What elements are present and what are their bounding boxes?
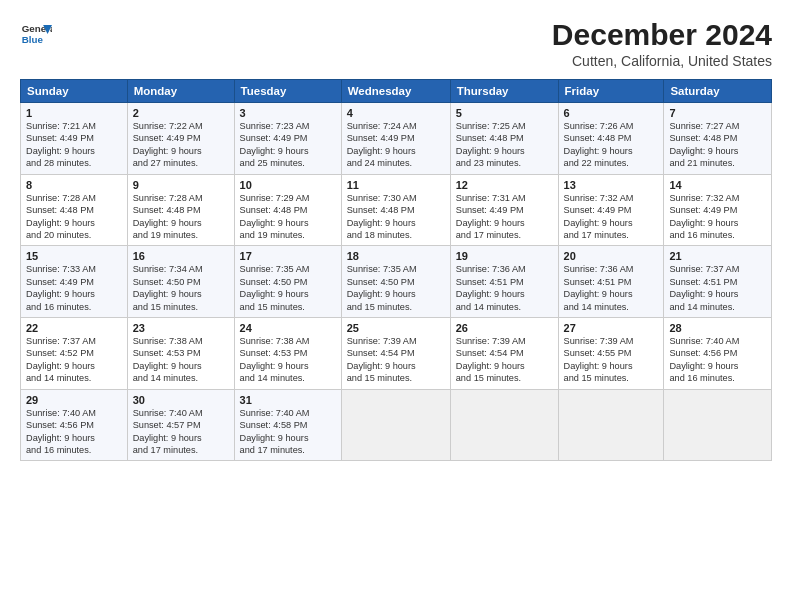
table-row: 20Sunrise: 7:36 AMSunset: 4:51 PMDayligh… xyxy=(558,246,664,318)
day-info: Sunrise: 7:32 AMSunset: 4:49 PMDaylight:… xyxy=(669,192,766,242)
table-row xyxy=(664,389,772,461)
table-row: 27Sunrise: 7:39 AMSunset: 4:55 PMDayligh… xyxy=(558,318,664,390)
table-row: 24Sunrise: 7:38 AMSunset: 4:53 PMDayligh… xyxy=(234,318,341,390)
day-number: 12 xyxy=(456,179,553,191)
col-tuesday: Tuesday xyxy=(234,80,341,103)
day-number: 4 xyxy=(347,107,445,119)
logo-icon: General Blue xyxy=(20,18,52,50)
day-info: Sunrise: 7:37 AMSunset: 4:51 PMDaylight:… xyxy=(669,263,766,313)
table-row: 5Sunrise: 7:25 AMSunset: 4:48 PMDaylight… xyxy=(450,103,558,175)
day-number: 17 xyxy=(240,250,336,262)
table-row: 3Sunrise: 7:23 AMSunset: 4:49 PMDaylight… xyxy=(234,103,341,175)
day-number: 21 xyxy=(669,250,766,262)
day-number: 25 xyxy=(347,322,445,334)
day-info: Sunrise: 7:29 AMSunset: 4:48 PMDaylight:… xyxy=(240,192,336,242)
table-row: 28Sunrise: 7:40 AMSunset: 4:56 PMDayligh… xyxy=(664,318,772,390)
table-row: 19Sunrise: 7:36 AMSunset: 4:51 PMDayligh… xyxy=(450,246,558,318)
logo: General Blue xyxy=(20,18,52,50)
page-title: December 2024 xyxy=(552,18,772,51)
day-info: Sunrise: 7:37 AMSunset: 4:52 PMDaylight:… xyxy=(26,335,122,385)
day-info: Sunrise: 7:31 AMSunset: 4:49 PMDaylight:… xyxy=(456,192,553,242)
table-row: 10Sunrise: 7:29 AMSunset: 4:48 PMDayligh… xyxy=(234,174,341,246)
day-number: 16 xyxy=(133,250,229,262)
day-number: 10 xyxy=(240,179,336,191)
day-number: 6 xyxy=(564,107,659,119)
table-row: 22Sunrise: 7:37 AMSunset: 4:52 PMDayligh… xyxy=(21,318,128,390)
day-number: 22 xyxy=(26,322,122,334)
header: General Blue December 2024 Cutten, Calif… xyxy=(20,18,772,69)
day-number: 29 xyxy=(26,394,122,406)
table-row: 1Sunrise: 7:21 AMSunset: 4:49 PMDaylight… xyxy=(21,103,128,175)
table-row: 9Sunrise: 7:28 AMSunset: 4:48 PMDaylight… xyxy=(127,174,234,246)
table-row: 11Sunrise: 7:30 AMSunset: 4:48 PMDayligh… xyxy=(341,174,450,246)
day-info: Sunrise: 7:35 AMSunset: 4:50 PMDaylight:… xyxy=(347,263,445,313)
day-number: 27 xyxy=(564,322,659,334)
day-number: 2 xyxy=(133,107,229,119)
day-info: Sunrise: 7:40 AMSunset: 4:56 PMDaylight:… xyxy=(669,335,766,385)
day-number: 5 xyxy=(456,107,553,119)
table-row xyxy=(558,389,664,461)
table-row: 4Sunrise: 7:24 AMSunset: 4:49 PMDaylight… xyxy=(341,103,450,175)
day-number: 11 xyxy=(347,179,445,191)
page: General Blue December 2024 Cutten, Calif… xyxy=(0,0,792,612)
day-info: Sunrise: 7:35 AMSunset: 4:50 PMDaylight:… xyxy=(240,263,336,313)
day-info: Sunrise: 7:28 AMSunset: 4:48 PMDaylight:… xyxy=(26,192,122,242)
day-info: Sunrise: 7:39 AMSunset: 4:54 PMDaylight:… xyxy=(347,335,445,385)
day-info: Sunrise: 7:24 AMSunset: 4:49 PMDaylight:… xyxy=(347,120,445,170)
svg-text:Blue: Blue xyxy=(22,34,44,45)
day-info: Sunrise: 7:36 AMSunset: 4:51 PMDaylight:… xyxy=(456,263,553,313)
day-number: 3 xyxy=(240,107,336,119)
col-wednesday: Wednesday xyxy=(341,80,450,103)
day-info: Sunrise: 7:30 AMSunset: 4:48 PMDaylight:… xyxy=(347,192,445,242)
day-number: 28 xyxy=(669,322,766,334)
day-number: 14 xyxy=(669,179,766,191)
day-number: 7 xyxy=(669,107,766,119)
table-row: 13Sunrise: 7:32 AMSunset: 4:49 PMDayligh… xyxy=(558,174,664,246)
table-row: 18Sunrise: 7:35 AMSunset: 4:50 PMDayligh… xyxy=(341,246,450,318)
day-number: 26 xyxy=(456,322,553,334)
col-monday: Monday xyxy=(127,80,234,103)
day-info: Sunrise: 7:40 AMSunset: 4:58 PMDaylight:… xyxy=(240,407,336,457)
day-info: Sunrise: 7:34 AMSunset: 4:50 PMDaylight:… xyxy=(133,263,229,313)
calendar-table: Sunday Monday Tuesday Wednesday Thursday… xyxy=(20,79,772,461)
day-info: Sunrise: 7:39 AMSunset: 4:55 PMDaylight:… xyxy=(564,335,659,385)
day-info: Sunrise: 7:27 AMSunset: 4:48 PMDaylight:… xyxy=(669,120,766,170)
day-number: 30 xyxy=(133,394,229,406)
day-info: Sunrise: 7:23 AMSunset: 4:49 PMDaylight:… xyxy=(240,120,336,170)
day-number: 1 xyxy=(26,107,122,119)
day-info: Sunrise: 7:25 AMSunset: 4:48 PMDaylight:… xyxy=(456,120,553,170)
day-number: 13 xyxy=(564,179,659,191)
col-thursday: Thursday xyxy=(450,80,558,103)
table-row: 21Sunrise: 7:37 AMSunset: 4:51 PMDayligh… xyxy=(664,246,772,318)
day-number: 23 xyxy=(133,322,229,334)
day-info: Sunrise: 7:38 AMSunset: 4:53 PMDaylight:… xyxy=(240,335,336,385)
table-row: 2Sunrise: 7:22 AMSunset: 4:49 PMDaylight… xyxy=(127,103,234,175)
table-row: 25Sunrise: 7:39 AMSunset: 4:54 PMDayligh… xyxy=(341,318,450,390)
col-sunday: Sunday xyxy=(21,80,128,103)
day-info: Sunrise: 7:40 AMSunset: 4:57 PMDaylight:… xyxy=(133,407,229,457)
day-number: 18 xyxy=(347,250,445,262)
table-row: 31Sunrise: 7:40 AMSunset: 4:58 PMDayligh… xyxy=(234,389,341,461)
day-number: 20 xyxy=(564,250,659,262)
table-row: 17Sunrise: 7:35 AMSunset: 4:50 PMDayligh… xyxy=(234,246,341,318)
table-row: 8Sunrise: 7:28 AMSunset: 4:48 PMDaylight… xyxy=(21,174,128,246)
col-friday: Friday xyxy=(558,80,664,103)
day-number: 8 xyxy=(26,179,122,191)
day-info: Sunrise: 7:33 AMSunset: 4:49 PMDaylight:… xyxy=(26,263,122,313)
table-row: 12Sunrise: 7:31 AMSunset: 4:49 PMDayligh… xyxy=(450,174,558,246)
day-info: Sunrise: 7:28 AMSunset: 4:48 PMDaylight:… xyxy=(133,192,229,242)
day-info: Sunrise: 7:40 AMSunset: 4:56 PMDaylight:… xyxy=(26,407,122,457)
day-info: Sunrise: 7:32 AMSunset: 4:49 PMDaylight:… xyxy=(564,192,659,242)
table-row xyxy=(450,389,558,461)
table-row: 29Sunrise: 7:40 AMSunset: 4:56 PMDayligh… xyxy=(21,389,128,461)
day-number: 31 xyxy=(240,394,336,406)
table-row: 30Sunrise: 7:40 AMSunset: 4:57 PMDayligh… xyxy=(127,389,234,461)
day-info: Sunrise: 7:38 AMSunset: 4:53 PMDaylight:… xyxy=(133,335,229,385)
table-row xyxy=(341,389,450,461)
table-row: 16Sunrise: 7:34 AMSunset: 4:50 PMDayligh… xyxy=(127,246,234,318)
table-row: 15Sunrise: 7:33 AMSunset: 4:49 PMDayligh… xyxy=(21,246,128,318)
day-number: 24 xyxy=(240,322,336,334)
table-row: 7Sunrise: 7:27 AMSunset: 4:48 PMDaylight… xyxy=(664,103,772,175)
title-block: December 2024 Cutten, California, United… xyxy=(552,18,772,69)
table-row: 23Sunrise: 7:38 AMSunset: 4:53 PMDayligh… xyxy=(127,318,234,390)
